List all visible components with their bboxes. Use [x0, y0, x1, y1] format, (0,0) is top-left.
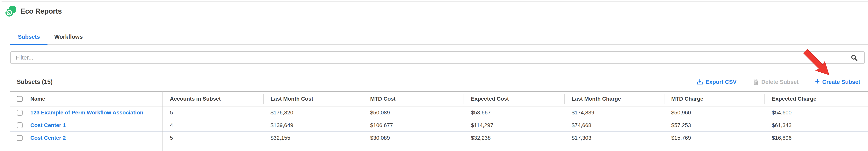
subsets-table: Name Accounts in Subset Last Month Cost …: [10, 91, 868, 151]
row-checkbox[interactable]: [17, 110, 23, 116]
search-icon[interactable]: [851, 55, 858, 61]
cell-last-month-charge: $17,303: [564, 132, 664, 144]
cell-accounts: 5: [162, 132, 263, 144]
column-header-last-month-charge[interactable]: Last Month Charge: [564, 92, 664, 105]
tab-subsets[interactable]: Subsets: [10, 29, 48, 44]
cell-last-month-charge: $174,839: [564, 107, 664, 119]
row-checkbox[interactable]: [17, 135, 23, 141]
tab-workflows[interactable]: Workflows: [48, 29, 90, 44]
active-tab-indicator: [10, 44, 48, 45]
cell-accounts: 5: [162, 107, 263, 119]
cell-mtd-cost: $30,089: [363, 132, 464, 144]
subset-name-link[interactable]: Cost Center 2: [30, 135, 66, 141]
subset-name-link[interactable]: 123 Example of Perm Workflow Association: [30, 110, 143, 116]
tab-bottom-line: [10, 44, 868, 45]
cell-last-month-cost: $176,820: [263, 107, 363, 119]
cell-mtd-charge: $15,769: [664, 132, 765, 144]
row-name-cell: 123 Example of Perm Workflow Association: [10, 107, 162, 119]
table-row: 123 Example of Perm Workflow Association…: [10, 107, 868, 119]
cell-last-month-charge: $74,668: [564, 119, 664, 131]
export-csv-label: Export CSV: [706, 79, 737, 85]
row-name-cell: Cost Center 2: [10, 132, 162, 144]
cell-expected-charge: $16,896: [765, 132, 868, 144]
header-divider: [10, 24, 868, 24]
cell-mtd-charge: $50,960: [664, 107, 765, 119]
cell-expected-charge: $61,343: [765, 119, 868, 131]
download-icon: [697, 79, 703, 85]
column-header-mtd-cost[interactable]: MTD Cost: [363, 92, 464, 105]
name-column-divider: [162, 91, 163, 151]
cell-expected-cost: $114,297: [464, 119, 564, 131]
column-header-name[interactable]: Name: [30, 92, 45, 105]
column-header-accounts[interactable]: Accounts in Subset: [162, 92, 263, 105]
cell-mtd-charge: $57,253: [664, 119, 765, 131]
select-all-checkbox[interactable]: [17, 96, 23, 102]
table-row: Cost Center 1 4 $139,649 $106,677 $114,2…: [10, 119, 868, 132]
column-header-mtd-charge[interactable]: MTD Charge: [664, 92, 765, 105]
tab-bar: Subsets Workflows: [10, 29, 90, 44]
create-subset-label: Create Subset: [822, 79, 860, 85]
column-header-last-month-cost[interactable]: Last Month Cost: [263, 92, 363, 105]
table-toolbar: Subsets (15) Export CSV Delete Subset + …: [17, 78, 860, 86]
cell-expected-cost: $32,238: [464, 132, 564, 144]
subset-name-link[interactable]: Cost Center 1: [30, 122, 66, 128]
cell-last-month-cost: $139,649: [263, 119, 363, 131]
column-header-expected-cost[interactable]: Expected Cost: [464, 92, 564, 105]
cell-mtd-cost: $50,089: [363, 107, 464, 119]
app-header: Eco Reports: [5, 5, 62, 18]
delete-subset-button[interactable]: Delete Subset: [753, 79, 799, 85]
cell-last-month-cost: $32,155: [263, 132, 363, 144]
eco-reports-logo-icon: [5, 6, 17, 17]
create-subset-button[interactable]: + Create Subset: [815, 79, 860, 85]
plus-icon: +: [815, 79, 820, 85]
export-csv-button[interactable]: Export CSV: [697, 79, 737, 85]
row-name-cell: Cost Center 1: [10, 119, 162, 131]
cell-expected-charge: $54,600: [765, 107, 868, 119]
toolbar-actions: Export CSV Delete Subset + Create Subset: [697, 79, 860, 85]
column-header-expected-charge[interactable]: Expected Charge: [765, 92, 868, 105]
cell-accounts: 4: [162, 119, 263, 131]
cell-expected-cost: $53,667: [464, 107, 564, 119]
table-header-row: Name Accounts in Subset Last Month Cost …: [10, 92, 868, 105]
cell-mtd-cost: $106,677: [363, 119, 464, 131]
filter-placeholder: Filter...: [11, 54, 864, 61]
section-title: Subsets (15): [17, 79, 53, 85]
filter-input[interactable]: Filter...: [10, 51, 865, 64]
row-checkbox[interactable]: [17, 122, 23, 128]
page-title: Eco Reports: [21, 7, 62, 16]
delete-subset-label: Delete Subset: [761, 79, 799, 85]
top-hairline: [2, 1, 868, 2]
table-row: Cost Center 2 5 $32,155 $30,089 $32,238 …: [10, 132, 868, 144]
trash-icon: [753, 79, 759, 85]
header-name-cell: Name: [10, 92, 162, 105]
